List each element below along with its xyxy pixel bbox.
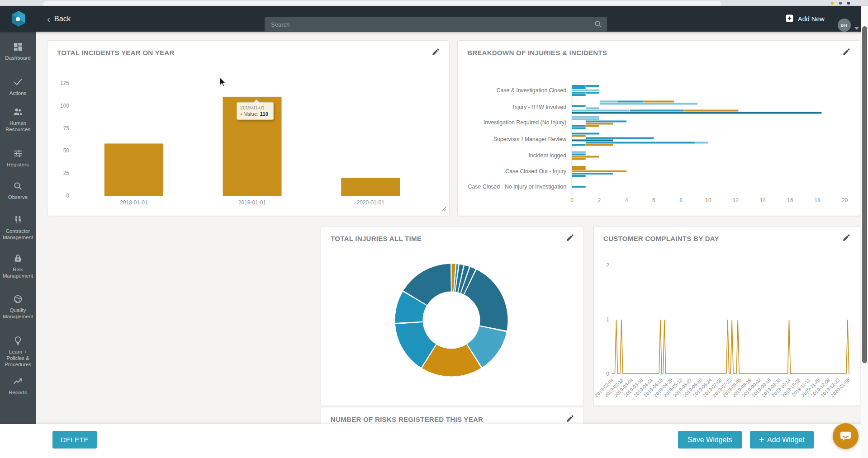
browser-extension-icon[interactable] xyxy=(831,2,834,5)
bar-2018-01-01[interactable] xyxy=(104,143,163,196)
hbar-segment[interactable] xyxy=(586,125,599,127)
back-button[interactable]: ‹ Back xyxy=(47,6,71,32)
hbar-segment[interactable] xyxy=(572,168,586,170)
chevron-down-icon[interactable] xyxy=(854,24,859,32)
sidebar-item-label: Human Resources xyxy=(0,120,36,132)
hbar-segment[interactable] xyxy=(572,112,822,114)
hbar-segment[interactable] xyxy=(572,94,586,96)
risk-management-icon xyxy=(13,257,23,265)
add-widget-button[interactable]: +Add Widget xyxy=(750,431,814,449)
hbar-segment[interactable] xyxy=(586,92,599,94)
hbar-segment[interactable] xyxy=(586,108,599,109)
hbar-segment[interactable] xyxy=(600,103,697,105)
save-widgets-button[interactable]: Save Widgets xyxy=(678,431,742,449)
hbar-segment[interactable] xyxy=(586,142,695,144)
hbar-segment[interactable] xyxy=(630,110,684,112)
hbar-segment[interactable] xyxy=(617,101,643,103)
sidebar-item-human-resources[interactable]: Human Resources xyxy=(0,107,36,132)
observe-icon xyxy=(13,185,23,193)
hbar-segment[interactable] xyxy=(572,166,586,168)
x-tick-label: 14 xyxy=(760,197,766,203)
sidebar-item-dashboard[interactable]: Dashboard xyxy=(0,42,36,61)
vertical-scrollbar[interactable] xyxy=(861,6,868,458)
hbar-segment[interactable] xyxy=(572,133,599,135)
dashboard-icon xyxy=(13,46,23,53)
hbar-segment[interactable] xyxy=(572,87,586,89)
hbar-segment[interactable] xyxy=(572,85,586,87)
hbar-segment[interactable] xyxy=(572,125,586,127)
hbar-segment[interactable] xyxy=(684,110,739,112)
hbar-segment[interactable] xyxy=(572,158,586,160)
global-search xyxy=(265,17,607,32)
hbar-segment[interactable] xyxy=(572,175,586,177)
hbar-segment[interactable] xyxy=(572,110,630,112)
hbar-segment[interactable] xyxy=(572,151,586,153)
hbar-segment[interactable] xyxy=(572,170,627,172)
hbar-segment[interactable] xyxy=(586,144,613,146)
tooltip-date: 2019-01-01 xyxy=(240,105,270,110)
search-icon[interactable] xyxy=(594,20,602,29)
avatar[interactable]: BH xyxy=(838,19,851,32)
resize-grip-icon[interactable] xyxy=(441,205,446,213)
hbar-segment[interactable] xyxy=(572,90,599,91)
sidebar-item-label: Dashboard xyxy=(0,55,36,61)
x-tick-label: 18 xyxy=(815,197,821,203)
browser-extension-icon[interactable] xyxy=(839,2,842,5)
sidebar-item-label: Actions xyxy=(0,90,36,96)
tooltip-label: Value: xyxy=(244,111,259,117)
hbar-segment[interactable] xyxy=(572,116,599,118)
widget-breakdown-injuries: BREAKDOWN OF INJURIES & INCIDENTS 024681… xyxy=(457,40,860,216)
sidebar-item-registers[interactable]: Registers xyxy=(0,148,36,168)
x-tick-label: 4 xyxy=(625,197,628,203)
actions-icon xyxy=(13,81,23,89)
bar-2020-01-01[interactable] xyxy=(341,178,400,196)
sidebar-item-reports[interactable]: Reports xyxy=(0,376,36,396)
sidebar-item-risk-management[interactable]: Risk Management xyxy=(0,253,36,279)
hbar-segment[interactable] xyxy=(572,92,586,94)
avatar-initials: BH xyxy=(841,23,847,28)
sidebar-item-observe[interactable]: Observe xyxy=(0,181,36,200)
chevron-left-icon: ‹ xyxy=(47,14,50,24)
hbar-segment[interactable] xyxy=(572,127,586,129)
hbar-segment[interactable] xyxy=(572,144,586,146)
category-label: Injury - RTW Involved xyxy=(513,104,566,110)
x-tick-label: 20 xyxy=(842,197,848,203)
hbar-segment[interactable] xyxy=(572,118,599,120)
intercom-chat-button[interactable] xyxy=(833,423,859,449)
hbar-segment[interactable] xyxy=(572,156,599,158)
x-tick-label: 2020-01-01 xyxy=(356,199,384,206)
hbar-segment[interactable] xyxy=(572,173,613,175)
hbar-segment[interactable] xyxy=(572,105,586,107)
add-new-button[interactable]: Add New xyxy=(786,6,825,32)
edit-pencil-icon[interactable] xyxy=(566,414,574,425)
sidebar-item-actions[interactable]: Actions xyxy=(0,77,36,96)
hbar-segment[interactable] xyxy=(586,121,626,123)
hbar-segment[interactable] xyxy=(572,154,586,156)
widget-customer-complaints: CUSTOMER COMPLAINTS BY DAY 0122019-02-04… xyxy=(593,226,860,406)
sidebar-item-learn-policies[interactable]: Learn + Policies & Procedures xyxy=(0,335,36,368)
hbar-segment[interactable] xyxy=(586,85,599,87)
y-tick-label: 25 xyxy=(63,170,70,176)
hbar-segment[interactable] xyxy=(695,142,708,144)
hbar-segment[interactable] xyxy=(600,101,617,103)
app-logo[interactable] xyxy=(11,10,26,29)
scrollbar-thumb[interactable] xyxy=(862,26,867,363)
bar-chart: 02550751001252018-01-012019-01-012020-01… xyxy=(47,41,450,217)
search-input[interactable] xyxy=(270,21,594,28)
plus-square-icon xyxy=(786,14,793,24)
hbar-segment[interactable] xyxy=(643,101,674,103)
sidebar-item-quality-management[interactable]: Quality Management xyxy=(0,294,36,320)
hbar-segment[interactable] xyxy=(586,137,654,139)
x-tick-label: 10 xyxy=(705,197,711,203)
plus-icon: + xyxy=(759,435,764,444)
sidebar-item-contractor-management[interactable]: Contractor Management xyxy=(0,215,36,241)
category-label: Case & Investigation Closed xyxy=(497,87,567,94)
hbar-segment[interactable] xyxy=(586,123,613,125)
delete-button[interactable]: DELETE xyxy=(52,431,97,449)
category-label: Investigation Required (No Injury) xyxy=(484,119,566,126)
hbar-segment[interactable] xyxy=(572,186,586,188)
hbar-segment[interactable] xyxy=(572,135,586,137)
learn-policies-icon xyxy=(13,340,23,347)
browser-profile-icon[interactable] xyxy=(847,2,850,5)
hbar-segment[interactable] xyxy=(572,140,613,142)
